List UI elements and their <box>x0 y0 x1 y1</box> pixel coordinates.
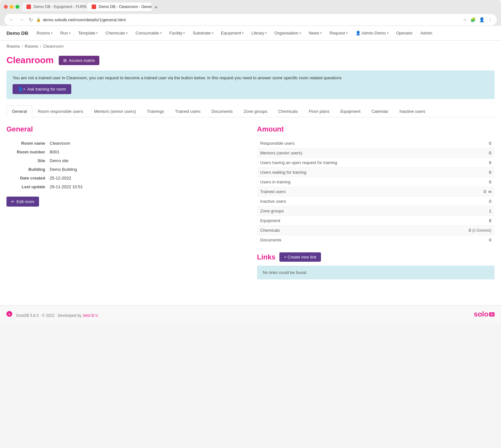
new-tab-button[interactable]: + <box>152 4 160 11</box>
tab-equipment[interactable]: Equipment <box>335 105 366 117</box>
amount-label-documents: Documents <box>257 235 433 245</box>
amount-row-equipment: Equipment 8 <box>257 216 495 226</box>
amount-value-documents: 0 <box>433 235 495 245</box>
nav-consumable[interactable]: Consumable ▾ <box>132 29 165 37</box>
nav-admin-demo[interactable]: 👤 Admin Demo ▾ <box>352 29 392 37</box>
no-links-box: No links could be found <box>257 266 495 279</box>
tab-documents[interactable]: Documents <box>206 105 238 117</box>
solodb-logo-text: solo <box>474 310 488 318</box>
user-plus-icon: 👤+ <box>18 87 25 92</box>
amount-label-open-request: Users having an open request for trainin… <box>257 158 433 168</box>
amount-label-trained: Trained users <box>257 187 433 197</box>
nav-admin[interactable]: Admin <box>417 29 436 37</box>
email-icon: ✉ <box>488 190 491 194</box>
tab-general[interactable]: General <box>6 105 32 117</box>
menu-button[interactable]: ⋮ <box>487 16 493 23</box>
nav-organisation-arrow: ▾ <box>299 31 301 35</box>
nav-rooms-label: Rooms <box>37 31 50 35</box>
nav-request[interactable]: Request ▾ <box>326 29 351 37</box>
amount-row-open-request: Users having an open request for trainin… <box>257 158 495 168</box>
nav-news-label: News <box>309 31 319 35</box>
nav-request-label: Request <box>329 31 345 35</box>
amount-label-equipment: Equipment <box>257 216 433 226</box>
nav-substrate[interactable]: Substrate ▾ <box>189 29 216 37</box>
solodb-logo: solo db <box>474 310 495 318</box>
brand[interactable]: Demo DB <box>6 30 28 36</box>
amount-row-zone-groups: Zone groups 1 <box>257 206 495 216</box>
minimize-traffic-light[interactable] <box>10 5 14 9</box>
ask-training-label: Ask training for room <box>27 87 66 92</box>
breadcrumb-rooms2[interactable]: Rooms <box>25 44 38 49</box>
reload-button[interactable]: ↻ <box>27 17 34 23</box>
amount-label-waiting: Users waiting for training <box>257 168 433 177</box>
tab-zone-groups[interactable]: Zone groups <box>238 105 273 117</box>
tab-trainings[interactable]: Trainings <box>141 105 169 117</box>
field-date-created-value: 25-12-2022 <box>50 174 244 182</box>
nav-chemicals[interactable]: Chemicals ▾ <box>102 29 131 37</box>
access-matrix-button[interactable]: ⊞ Access matrix <box>59 56 99 65</box>
tab-trained-users[interactable]: Trained users <box>169 105 206 117</box>
tab-calendar[interactable]: Calendar <box>366 105 394 117</box>
nav-rooms[interactable]: Rooms ▾ <box>34 29 56 37</box>
amount-row-inactive: Inactive users 0 <box>257 197 495 206</box>
general-section: General Room name Cleanroom Room number … <box>6 125 244 279</box>
field-last-update-value: 29-11-2022 10:51 <box>50 183 244 191</box>
create-link-label: + Create new link <box>284 255 316 259</box>
browser-tab-1[interactable]: 🔴 Demo DB - Equipment - FURN/... ✕ <box>22 3 86 11</box>
amount-row-documents: Documents 0 <box>257 235 495 245</box>
nav-library[interactable]: Library ▾ <box>248 29 270 37</box>
nav-chemicals-label: Chemicals <box>105 31 125 35</box>
info-table: Room name Cleanroom Room number B001 Sit… <box>6 139 244 191</box>
nav-admin-demo-label: 👤 Admin Demo <box>356 31 386 35</box>
breadcrumb: Rooms / Rooms / Cleanroom <box>0 41 501 52</box>
amount-label-responsible: Responsible users <box>257 139 433 148</box>
maximize-traffic-light[interactable] <box>15 5 19 9</box>
nav-news[interactable]: News ▾ <box>306 29 325 37</box>
links-header: Links + Create new link <box>257 252 495 262</box>
tab-floor-plans[interactable]: Floor plans <box>303 105 335 117</box>
back-button[interactable]: ← <box>8 17 16 23</box>
nav-organisation[interactable]: Organisation ▾ <box>271 29 304 37</box>
nav-substrate-arrow: ▾ <box>212 31 213 35</box>
browser-titlebar: 🔴 Demo DB - Equipment - FURN/... ✕ 🔴 Dem… <box>4 3 497 11</box>
tab-room-responsible[interactable]: Room responsible users <box>32 105 88 117</box>
amount-row-trained: Trained users 0 ✉ <box>257 187 495 197</box>
breadcrumb-rooms1[interactable]: Rooms <box>6 44 20 49</box>
edit-room-button[interactable]: ✏ Edit room <box>6 197 39 207</box>
tab-mentors[interactable]: Mentors (senior users) <box>88 105 141 117</box>
bookmark-button[interactable]: ☆ <box>462 16 468 23</box>
ask-training-button[interactable]: 👤+ Ask training for room <box>13 84 71 94</box>
footer-logo-small: S <box>6 311 12 317</box>
browser-tab-2[interactable]: 🔴 Demo DB - Cleanroom - Gener... ✕ <box>87 3 152 11</box>
breadcrumb-sep1: / <box>22 44 23 49</box>
field-building-label: Building <box>7 165 49 173</box>
amount-value-in-training: 0 <box>433 177 495 187</box>
access-matrix-label: Access matrix <box>69 58 95 63</box>
forward-button[interactable]: → <box>18 17 25 23</box>
nav-template[interactable]: Template ▾ <box>75 29 101 37</box>
tab-chemicals[interactable]: Chemicals <box>273 105 303 117</box>
field-room-number-label: Room number <box>7 148 49 156</box>
nav-equipment[interactable]: Equipment ▾ <box>218 29 247 37</box>
close-traffic-light[interactable] <box>4 5 8 9</box>
page-title: Cleanroom <box>6 55 54 65</box>
footer-link[interactable]: Jield B.V. <box>83 313 99 318</box>
nav-run[interactable]: Run ▾ <box>57 29 74 37</box>
nav-rooms-arrow: ▾ <box>51 31 53 35</box>
nav-equipment-label: Equipment <box>221 31 241 35</box>
nav-facility[interactable]: Facility ▾ <box>166 29 188 37</box>
page-title-row: Cleanroom ⊞ Access matrix <box>6 55 495 65</box>
profile-button[interactable]: 👤 <box>478 16 485 23</box>
field-site-label: Site <box>7 157 49 165</box>
browser-addressbar: ← → ↻ 🔒 demo.solodb.net/room/details/1/g… <box>4 14 497 26</box>
footer-text: S SoloDB 5.8.3 · © 2022 · Developed by J… <box>6 311 98 318</box>
tab-inactive-users[interactable]: Inactive users <box>394 105 431 117</box>
nav-organisation-label: Organisation <box>275 31 298 35</box>
create-link-button[interactable]: + Create new link <box>279 252 321 262</box>
amount-value-waiting: 0 <box>433 168 495 177</box>
nav-substrate-label: Substrate <box>193 31 211 35</box>
nav-operator[interactable]: Operator <box>393 29 416 37</box>
extensions-button[interactable]: 🧩 <box>470 16 476 23</box>
nav-template-label: Template <box>78 31 95 35</box>
address-text[interactable]: demo.solodb.net/room/details/1/general.h… <box>43 17 460 22</box>
